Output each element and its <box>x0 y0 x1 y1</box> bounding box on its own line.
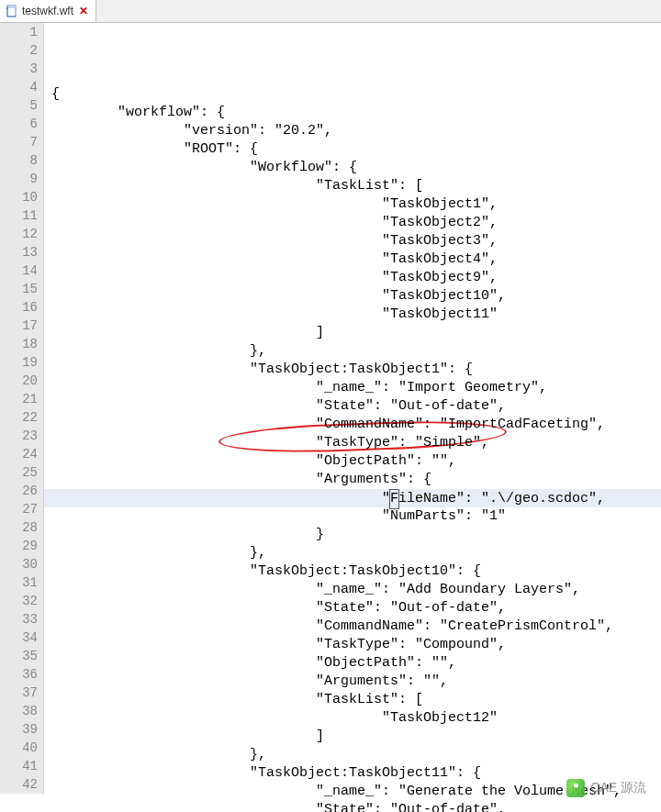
line-number: 4 <box>0 78 38 96</box>
file-tab[interactable]: testwkf.wft ✕ <box>0 0 96 22</box>
line-number: 11 <box>0 206 38 225</box>
line-number: 13 <box>0 243 38 261</box>
svg-rect-2 <box>6 7 8 9</box>
code-line[interactable]: }, <box>44 746 661 764</box>
code-line[interactable]: "Arguments": { <box>44 471 661 489</box>
code-line[interactable]: "TaskObject:TaskObject11": { <box>44 764 661 783</box>
code-line[interactable]: ] <box>44 324 661 342</box>
code-line[interactable]: "version": "20.2", <box>44 122 661 140</box>
line-number: 27 <box>0 500 38 518</box>
code-line[interactable]: "FileName": ".\/geo.scdoc", <box>44 489 661 507</box>
line-number: 7 <box>0 133 38 151</box>
line-number: 10 <box>0 188 38 206</box>
line-number: 41 <box>0 757 38 775</box>
code-line[interactable]: "_name_": "Import Geometry", <box>44 379 661 397</box>
line-number: 18 <box>0 335 38 353</box>
line-number: 12 <box>0 225 38 243</box>
code-line[interactable]: "TaskList": [ <box>44 177 661 195</box>
line-number: 20 <box>0 372 38 390</box>
line-number: 38 <box>0 702 38 720</box>
line-number: 32 <box>0 592 38 610</box>
line-number: 35 <box>0 647 38 665</box>
line-number: 5 <box>0 96 38 115</box>
line-number: 28 <box>0 518 38 537</box>
code-line[interactable]: "TaskType": "Compound", <box>44 636 661 654</box>
code-line[interactable]: }, <box>44 342 661 361</box>
line-number: 14 <box>0 261 38 280</box>
code-line[interactable]: "ObjectPath": "", <box>44 654 661 673</box>
line-number: 1 <box>0 23 38 41</box>
line-number: 9 <box>0 170 38 188</box>
line-number: 42 <box>0 775 38 794</box>
line-number: 34 <box>0 628 38 647</box>
code-line[interactable]: "TaskObject4", <box>44 250 661 269</box>
code-line[interactable]: "TaskObject3", <box>44 232 661 250</box>
code-line[interactable]: "TaskObject1", <box>44 195 661 214</box>
line-number: 15 <box>0 280 38 298</box>
code-line[interactable]: ] <box>44 728 661 746</box>
close-icon[interactable]: ✕ <box>77 6 90 17</box>
code-line[interactable]: "TaskType": "Simple", <box>44 434 661 452</box>
code-line[interactable]: } <box>44 526 661 544</box>
code-line[interactable]: "TaskObject10", <box>44 287 661 306</box>
line-number: 40 <box>0 739 38 757</box>
line-number: 30 <box>0 555 38 573</box>
line-number: 36 <box>0 665 38 684</box>
code-line[interactable]: "TaskObject9", <box>44 269 661 287</box>
code-line[interactable]: "CommandName": "ImportCadFaceting", <box>44 416 661 434</box>
code-line[interactable]: "TaskObject12" <box>44 709 661 728</box>
file-tab-label: testwkf.wft <box>22 5 73 17</box>
line-number: 8 <box>0 151 38 170</box>
code-area[interactable]: { "workflow": { "version": "20.2", "ROOT… <box>44 23 661 812</box>
line-number: 25 <box>0 463 38 482</box>
code-line[interactable]: "_name_": "Add Boundary Layers", <box>44 581 661 599</box>
tab-bar: testwkf.wft ✕ <box>0 0 661 23</box>
line-number: 19 <box>0 353 38 372</box>
code-line[interactable]: "Arguments": "", <box>44 673 661 691</box>
code-line[interactable]: "CommandName": "CreatePrismControl", <box>44 617 661 636</box>
code-line[interactable]: "ObjectPath": "", <box>44 452 661 471</box>
line-number: 29 <box>0 537 38 555</box>
code-line[interactable]: "TaskObject11" <box>44 306 661 324</box>
code-line[interactable]: "State": "Out-of-date", <box>44 599 661 617</box>
code-line[interactable]: "TaskObject:TaskObject1": { <box>44 361 661 379</box>
code-line[interactable]: }, <box>44 544 661 562</box>
code-line[interactable]: "Workflow": { <box>44 159 661 177</box>
code-line[interactable]: "TaskObject2", <box>44 214 661 232</box>
editor-body: 1234567891011121314151617181920212223242… <box>0 23 661 812</box>
line-number: 33 <box>0 610 38 628</box>
code-line[interactable]: "State": "Out-of-date", <box>44 801 661 812</box>
line-number: 6 <box>0 115 38 133</box>
line-number: 21 <box>0 390 38 408</box>
line-number-gutter: 1234567891011121314151617181920212223242… <box>0 23 44 794</box>
line-number: 2 <box>0 41 38 60</box>
line-number: 31 <box>0 573 38 592</box>
line-number: 23 <box>0 427 38 445</box>
line-number: 24 <box>0 445 38 463</box>
svg-rect-1 <box>7 6 16 8</box>
code-line[interactable]: "workflow": { <box>44 104 661 122</box>
line-number: 26 <box>0 482 38 500</box>
line-number: 17 <box>0 317 38 335</box>
code-line[interactable]: "NumParts": "1" <box>44 507 661 526</box>
code-line[interactable]: "TaskList": [ <box>44 691 661 709</box>
text-caret: F <box>389 489 399 509</box>
line-number: 37 <box>0 684 38 702</box>
line-number: 39 <box>0 720 38 739</box>
code-line[interactable]: { <box>44 85 661 104</box>
editor-window: testwkf.wft ✕ 12345678910111213141516171… <box>0 0 661 812</box>
code-line[interactable]: "State": "Out-of-date", <box>44 397 661 416</box>
line-number: 3 <box>0 60 38 78</box>
code-line[interactable]: "ROOT": { <box>44 140 661 159</box>
line-number: 16 <box>0 298 38 317</box>
code-line[interactable]: "TaskObject:TaskObject10": { <box>44 562 661 581</box>
file-icon <box>6 5 18 17</box>
code-line[interactable]: "_name_": "Generate the Volume Mesh", <box>44 783 661 801</box>
line-number: 22 <box>0 408 38 427</box>
